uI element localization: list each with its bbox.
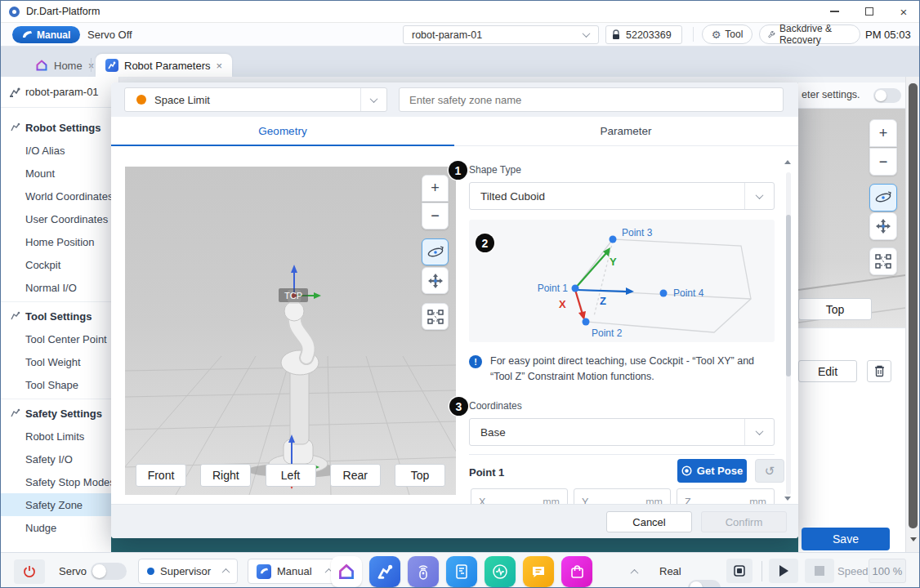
real-toggle[interactable] bbox=[688, 580, 721, 588]
edit-button[interactable]: Edit bbox=[798, 360, 857, 382]
sidebar-item-world-coordinates[interactable]: World Coordinates bbox=[1, 185, 118, 207]
power-button[interactable] bbox=[14, 559, 45, 584]
view-right-button[interactable]: Right bbox=[200, 464, 251, 487]
remote-control-app-icon[interactable] bbox=[408, 556, 439, 587]
minimize-button[interactable] bbox=[822, 3, 846, 20]
monitor-app-icon[interactable] bbox=[485, 556, 516, 587]
virtual-3d-button[interactable] bbox=[726, 559, 753, 583]
tab-parameter[interactable]: Parameter bbox=[454, 117, 797, 146]
sidebar-item-user-coordinates[interactable]: User Coordinates bbox=[1, 207, 118, 230]
shape-type-select[interactable]: Tilted Cuboid bbox=[469, 182, 775, 210]
zone-name-input[interactable] bbox=[399, 87, 784, 112]
sidebar-item-tool-weight[interactable]: Tool Weight bbox=[1, 350, 118, 373]
maximize-button[interactable] bbox=[857, 3, 882, 20]
dialog-scrollbar[interactable] bbox=[786, 172, 791, 495]
sidebar-item-safety-stop-modes[interactable]: Safety Stop Modes bbox=[1, 470, 118, 493]
dock-expand-icon[interactable] bbox=[631, 569, 639, 577]
safety-zone-dialog: Space Limit Geometry Parameter bbox=[111, 82, 798, 538]
chevron-down-icon bbox=[370, 95, 378, 103]
axis-x-label: X bbox=[559, 298, 566, 310]
sidebar-item-tool-center-point[interactable]: Tool Center Point bbox=[1, 327, 118, 350]
scrollbar-thumb[interactable] bbox=[786, 215, 791, 376]
section-divider bbox=[469, 454, 775, 455]
sidebar-item-nudge[interactable]: Nudge bbox=[1, 516, 118, 539]
trash-icon bbox=[874, 365, 885, 377]
manual-mode-button[interactable]: Manual bbox=[12, 26, 80, 43]
tab-home[interactable]: Home × bbox=[25, 54, 104, 77]
sidebar-header: robot-param-01 bbox=[1, 77, 118, 108]
servo-toggle[interactable] bbox=[91, 563, 127, 580]
sidebar-item-safety-zone[interactable]: Safety Zone bbox=[1, 493, 118, 516]
scroll-down-icon[interactable] bbox=[784, 497, 791, 501]
pan-view-button[interactable] bbox=[869, 212, 897, 240]
info-icon: ! bbox=[469, 355, 482, 368]
window-scrollbar[interactable] bbox=[905, 77, 920, 552]
coordinates-select[interactable]: Base bbox=[469, 418, 775, 446]
rotate-view-button[interactable] bbox=[869, 184, 897, 212]
measure-button[interactable] bbox=[422, 303, 449, 330]
servo-status-label: Servo Off bbox=[87, 29, 132, 41]
edit-lock-toggle[interactable] bbox=[873, 88, 901, 103]
scroll-down-icon[interactable] bbox=[910, 537, 917, 541]
robot-parameters-icon bbox=[105, 59, 118, 72]
sidebar-item-robot-limits[interactable]: Robot Limits bbox=[1, 425, 118, 448]
confirm-button: Confirm bbox=[701, 511, 787, 532]
cancel-button[interactable]: Cancel bbox=[606, 511, 692, 532]
view-front-button[interactable]: Front bbox=[136, 464, 186, 487]
stop-icon bbox=[815, 566, 824, 576]
zoom-out-button[interactable]: − bbox=[422, 203, 449, 229]
stop-button bbox=[805, 559, 834, 583]
clock-label: PM 05:03 bbox=[865, 29, 911, 41]
delete-button[interactable] bbox=[867, 360, 891, 382]
real-mode-label: Real bbox=[659, 565, 681, 577]
sidebar-item-home-position[interactable]: Home Position bbox=[1, 230, 118, 253]
measure-button[interactable] bbox=[869, 247, 897, 275]
view-rear-button[interactable]: Rear bbox=[330, 464, 381, 487]
sidebar-item-mount[interactable]: Mount bbox=[1, 162, 118, 185]
tab-robot-parameters[interactable]: Robot Parameters × bbox=[96, 54, 232, 77]
close-button[interactable]: × bbox=[891, 3, 916, 20]
play-button[interactable] bbox=[769, 559, 798, 583]
zone-type-select[interactable]: Space Limit bbox=[124, 87, 387, 112]
zoom-in-button[interactable]: + bbox=[869, 119, 897, 147]
backdrive-recovery-button[interactable]: Backdrive & Recovery bbox=[759, 24, 860, 44]
rotate-view-button[interactable] bbox=[422, 238, 449, 265]
view-top-button[interactable]: Top bbox=[395, 464, 445, 487]
scroll-up-icon[interactable] bbox=[784, 160, 791, 164]
top-view-button[interactable]: Top bbox=[798, 298, 872, 320]
get-pose-button[interactable]: Get Pose bbox=[677, 459, 747, 483]
bar-divider bbox=[761, 561, 762, 581]
sidebar-item-cockpit[interactable]: Cockpit bbox=[1, 253, 118, 276]
zoom-in-button[interactable]: + bbox=[422, 175, 449, 202]
role-select[interactable]: Supervisor bbox=[138, 559, 238, 584]
get-pose-icon bbox=[681, 466, 692, 476]
mode-select[interactable]: Manual bbox=[248, 559, 341, 584]
sidebar-item-tool-shape[interactable]: Tool Shape bbox=[1, 373, 118, 396]
robot-config-select[interactable]: robot-param-01 bbox=[403, 25, 599, 44]
chevron-down-icon bbox=[756, 191, 764, 199]
safety-settings-icon bbox=[11, 408, 20, 418]
message-app-icon[interactable] bbox=[523, 556, 554, 587]
tab-geometry[interactable]: Geometry bbox=[111, 117, 454, 146]
robot-arm-icon bbox=[9, 87, 20, 98]
scrollbar-thumb[interactable] bbox=[909, 83, 918, 528]
sidebar-item-io-alias[interactable]: I/O Alias bbox=[1, 139, 118, 162]
view-left-button[interactable]: Left bbox=[266, 464, 316, 487]
save-button[interactable]: Save bbox=[802, 528, 890, 550]
robot-app-icon[interactable] bbox=[369, 556, 400, 587]
sidebar-item-normal-io[interactable]: Normal I/O bbox=[1, 276, 118, 299]
minus-icon: − bbox=[431, 207, 440, 225]
tilted-cuboid-diagram: Point 1 Point 2 Point 3 Point 4 X Y Z bbox=[469, 220, 775, 342]
task-writer-app-icon[interactable] bbox=[446, 556, 477, 587]
robot-id-badge[interactable]: 52203369 bbox=[605, 25, 682, 44]
lock-icon bbox=[612, 29, 622, 40]
close-icon[interactable]: × bbox=[217, 60, 223, 72]
tool-button[interactable]: ⚙ Tool bbox=[702, 24, 753, 44]
zone-3d-viewport[interactable]: TCP BASE + − bbox=[125, 167, 456, 495]
home-app-icon[interactable] bbox=[331, 556, 362, 587]
measure-icon bbox=[427, 310, 444, 324]
pan-view-button[interactable] bbox=[422, 267, 449, 294]
store-app-icon[interactable] bbox=[561, 556, 592, 587]
sidebar-item-safety-io[interactable]: Safety I/O bbox=[1, 448, 118, 470]
zoom-out-button[interactable]: − bbox=[869, 148, 897, 176]
